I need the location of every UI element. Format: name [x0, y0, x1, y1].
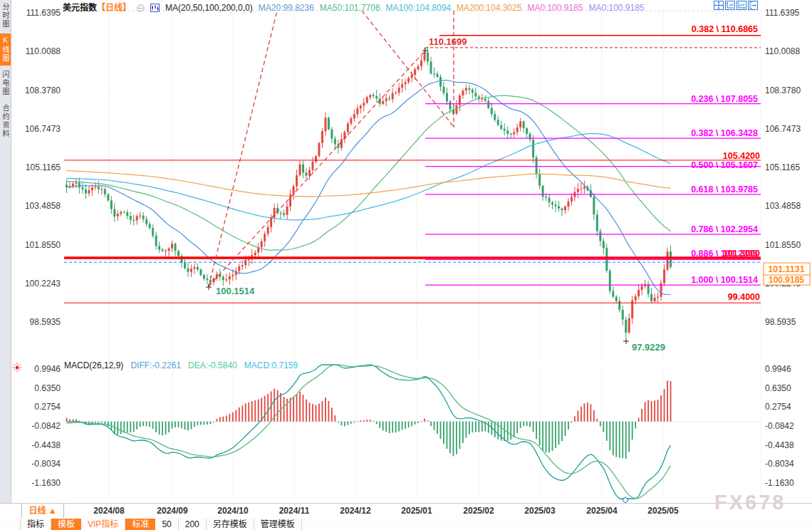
- macd-axis-label-right: 0.6350: [765, 383, 791, 393]
- macd-macd: MACD:0.7159: [244, 360, 298, 370]
- x-axis-label: 2024/10: [211, 506, 255, 516]
- macd-axis-label-right: -0.0842: [765, 421, 794, 431]
- macd-axis-label-left: 0.6350: [34, 383, 61, 393]
- macd-axis-label-left: -0.4438: [31, 440, 61, 450]
- y-axis-label-right: 103.4858: [765, 201, 801, 211]
- macd-header: MACD(26,12,9)DIFF:-0.2261DEA:-0.5840MACD…: [64, 360, 305, 370]
- y-axis-label-right: 108.3780: [765, 85, 801, 95]
- period-selector[interactable]: 日线 ▲: [21, 504, 64, 518]
- macd-axis-label-right: 0.9946: [765, 364, 791, 374]
- fib-label: 0.382 \ 110.6865: [692, 24, 758, 34]
- ma-value-1: MA50:101.7706: [320, 3, 380, 13]
- y-axis-label-left: 111.6395: [26, 8, 61, 18]
- ma-value-0: MA20:99.8236: [259, 3, 314, 13]
- macd-axis-label-left: 0.2754: [34, 402, 61, 412]
- macd-axis-label-left: -0.8034: [31, 459, 61, 469]
- ma-value-5: MA0:100.9185: [588, 3, 644, 13]
- y-axis-label-left: 106.7473: [25, 124, 61, 134]
- period-label: 【日线】: [97, 3, 131, 13]
- fib-label: 0.786 \ 102.2954: [691, 224, 758, 234]
- level-label: 105.4200: [723, 151, 760, 161]
- watermark: FX678: [714, 491, 786, 514]
- current-price-labels: 100.9185101.1131: [764, 263, 810, 285]
- prev-price-label: 100.9185: [769, 275, 804, 285]
- y-axis-label-left: 98.5935: [30, 317, 61, 327]
- toolbar-indicator[interactable]: 指标: [20, 519, 51, 530]
- toolbar-standard[interactable]: 标准: [125, 519, 155, 530]
- candlestick-chart-icon[interactable]: [150, 4, 160, 14]
- x-axis-label: 2024/12: [333, 506, 378, 516]
- macd-axis-label-right: -0.8034: [765, 459, 794, 469]
- y-axis-label-right: 110.0088: [765, 46, 800, 56]
- y-axis-label-left: 105.1165: [26, 162, 61, 172]
- symbol-name: 美元指数: [63, 3, 97, 13]
- x-axis-label: 2025/03: [518, 506, 562, 516]
- y-axis-label-right: 106.7473: [765, 124, 801, 134]
- key-levels-layer: [64, 160, 761, 303]
- macd-diff: DIFF:-0.2261: [130, 360, 181, 370]
- toolbar-50[interactable]: 50: [155, 519, 178, 530]
- fib-label: 1.000 \ 100.1514: [691, 275, 758, 285]
- macd-axis-label-right: -1.1630: [765, 478, 794, 488]
- chart-toolbar-icons: [714, 1, 758, 10]
- axis-scale-up-icon[interactable]: [725, 1, 735, 10]
- fib-label: 0.236 \ 107.8055: [691, 94, 758, 104]
- fib-label: 0.618 \ 103.9785: [691, 185, 758, 194]
- toolbar-template[interactable]: 模板: [51, 519, 81, 530]
- macd-dea: DEA:-0.5840: [188, 360, 237, 370]
- y-axis-label-left: 110.0088: [26, 46, 61, 56]
- price-annotation: 100.1514: [216, 286, 255, 296]
- axis-scale-play-icon[interactable]: [736, 1, 746, 10]
- trading-chart-app: 分时图 K线图 闪电图 合约资料 美元指数【日线】MA(20,50,100,20…: [0, 0, 812, 530]
- bottom-toolbar: 指标 模板 VIP指标 标准 50 200 另存模板 管理模板: [0, 519, 812, 530]
- divider-handle[interactable]: [623, 497, 628, 503]
- y-axis-label-left: 101.8550: [25, 240, 61, 250]
- y-axis-label-right: 98.5935: [765, 317, 796, 327]
- y-axis-label-left: 100.2243: [25, 279, 61, 289]
- price-annotation: 97.9229: [632, 342, 665, 353]
- y-axis-label-right: 105.1165: [765, 162, 800, 172]
- x-axis-label: 2025/02: [457, 506, 501, 516]
- exit-right-icon[interactable]: [748, 1, 758, 10]
- toolbar-save-template[interactable]: 另存模板: [207, 519, 254, 530]
- macd-settings-icon[interactable]: [12, 363, 22, 375]
- y-axis-label-right: 101.8550: [765, 240, 801, 250]
- fib-layer: 0.382 \ 110.68650.236 \ 107.80550.382 \ …: [425, 24, 761, 302]
- toolbar-200[interactable]: 200: [179, 519, 207, 530]
- macd-axis-label-right: -0.4438: [765, 440, 794, 450]
- x-axis-label: 2025/01: [395, 506, 439, 516]
- ma-value-3: MA200:104.3025: [457, 3, 521, 13]
- y-axis-label-left: 108.3780: [25, 85, 61, 95]
- minus-circle-icon[interactable]: [137, 4, 145, 14]
- fib-label: 0.382 \ 106.3428: [691, 128, 758, 138]
- y-axis-label-left: 103.4858: [25, 201, 61, 211]
- x-axis-label: 2025/04: [580, 506, 624, 516]
- macd-layer: 0.99460.99460.63500.63500.27540.2754-0.0…: [31, 364, 794, 499]
- x-axis-row: 日线 ▲ 2024/082024/092024/102024/112024/12…: [0, 503, 812, 519]
- toolbar-manage-template[interactable]: 管理模板: [254, 519, 302, 530]
- x-axis-label: 2024/08: [87, 506, 131, 516]
- macd-axis-label-right: 0.2754: [765, 402, 791, 412]
- macd-title: MACD(26,12,9): [64, 360, 123, 370]
- level-label: 101.3000: [723, 249, 760, 259]
- price-annotation: 110.1699: [429, 36, 467, 47]
- macd-axis-label-left: -0.0842: [31, 421, 61, 431]
- x-axis-label: 2024/11: [272, 506, 316, 516]
- y-axis-label-right: 111.6395: [765, 8, 800, 18]
- ma-params: MA(20,50,100,200,0,0): [165, 3, 253, 13]
- x-axis-label: 2025/05: [641, 506, 685, 516]
- ma-value-2: MA100:104.8094: [386, 3, 451, 13]
- chart-header: 美元指数【日线】MA(20,50,100,200,0,0)MA20:99.823…: [63, 1, 650, 11]
- fib-label: 0.500 \ 105.1607: [691, 160, 758, 170]
- current-price-label: 101.1131: [768, 264, 804, 274]
- macd-axis-label-left: -1.1630: [31, 478, 61, 488]
- chart-canvas[interactable]: 0.382 \ 110.68650.236 \ 107.80550.382 \ …: [0, 0, 812, 503]
- x-axis-label: 2024/09: [150, 506, 194, 516]
- macd-axis-label-left: 0.9946: [34, 364, 61, 374]
- ma-value-4: MA0:100.9185: [527, 3, 583, 13]
- toolbar-vip-indicator[interactable]: VIP指标: [81, 519, 125, 530]
- crosshair-move-icon[interactable]: [714, 1, 724, 10]
- level-label: 99.4000: [728, 292, 760, 302]
